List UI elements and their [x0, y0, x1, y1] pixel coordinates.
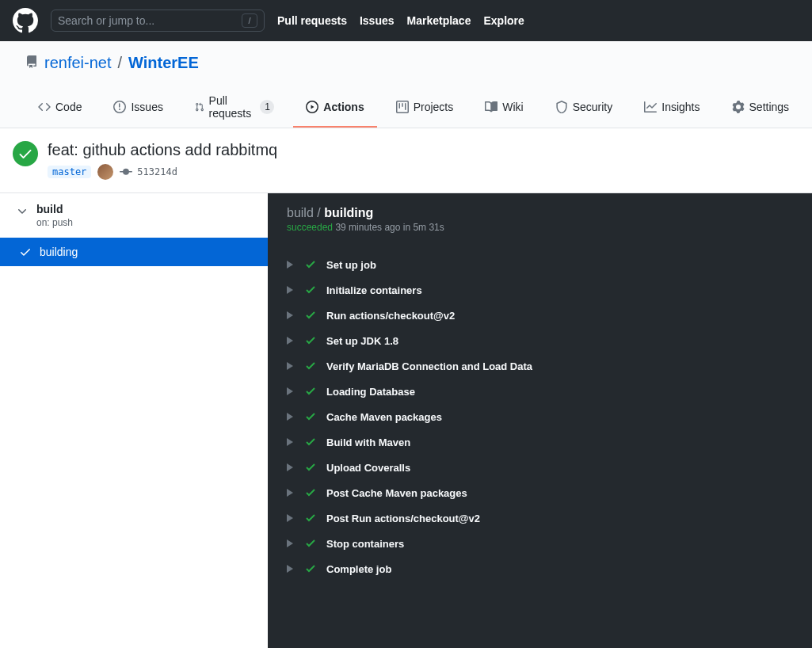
- step-row[interactable]: Run actions/checkout@v2: [268, 303, 812, 328]
- commit-icon: [120, 166, 132, 178]
- caret-right-icon: [287, 387, 295, 395]
- step-row[interactable]: Initialize containers: [268, 277, 812, 303]
- tab-actions[interactable]: Actions: [293, 88, 376, 128]
- search-input[interactable]: Search or jump to... /: [51, 10, 265, 32]
- log-status: succeeded 39 minutes ago in 5m 31s: [287, 222, 793, 233]
- caret-right-icon: [287, 311, 295, 319]
- pr-icon: [195, 101, 204, 113]
- pr-count-badge: 1: [260, 100, 274, 114]
- step-row[interactable]: Loading Database: [268, 379, 812, 404]
- tab-settings[interactable]: Settings: [719, 88, 802, 128]
- check-icon: [304, 258, 317, 271]
- repo-name-link[interactable]: WinterEE: [128, 54, 199, 72]
- step-name: Run actions/checkout@v2: [326, 310, 455, 322]
- check-icon: [304, 486, 317, 499]
- step-name: Loading Database: [326, 386, 415, 398]
- step-name: Set up job: [326, 259, 376, 271]
- steps-list: Set up job Initialize containers Run act…: [268, 246, 812, 588]
- step-row[interactable]: Cache Maven packages: [268, 404, 812, 429]
- caret-right-icon: [287, 337, 295, 345]
- check-icon: [304, 385, 317, 398]
- check-icon: [304, 537, 317, 550]
- global-header: Search or jump to... / Pull requests Iss…: [0, 0, 812, 41]
- project-icon: [396, 101, 409, 113]
- log-breadcrumb: build / building: [287, 206, 793, 220]
- step-name: Upload Coveralls: [326, 462, 410, 474]
- repo-owner-link[interactable]: renfei-net: [44, 54, 112, 72]
- check-icon: [19, 246, 32, 258]
- log-panel: build / building succeeded 39 minutes ag…: [268, 193, 812, 648]
- check-icon: [304, 360, 317, 372]
- run-meta: master 513214d: [48, 164, 277, 180]
- workflow-name: build: [36, 203, 73, 215]
- step-row[interactable]: Complete job: [268, 556, 812, 581]
- step-name: Post Run actions/checkout@v2: [326, 513, 480, 524]
- step-name: Set up JDK 1.8: [326, 335, 398, 347]
- step-name: Post Cache Maven packages: [326, 487, 467, 499]
- step-row[interactable]: Set up job: [268, 252, 812, 277]
- step-name: Complete job: [326, 563, 391, 575]
- run-status-success-icon: [13, 141, 38, 166]
- step-row[interactable]: Build with Maven: [268, 429, 812, 455]
- code-icon: [38, 101, 51, 113]
- tab-issues[interactable]: Issues: [101, 88, 175, 128]
- run-title: feat: github actions add rabbitmq: [48, 141, 277, 159]
- path-separator: /: [118, 54, 123, 72]
- tab-projects[interactable]: Projects: [383, 88, 467, 128]
- caret-right-icon: [287, 463, 295, 471]
- nav-pull-requests[interactable]: Pull requests: [277, 14, 347, 27]
- author-avatar[interactable]: [97, 164, 113, 180]
- workflow-item[interactable]: build on: push: [0, 193, 268, 238]
- play-icon: [306, 101, 318, 113]
- check-icon: [304, 562, 317, 575]
- caret-right-icon: [287, 438, 295, 446]
- check-icon: [304, 461, 317, 474]
- primary-nav: Pull requests Issues Marketplace Explore: [277, 14, 524, 27]
- branch-badge[interactable]: master: [48, 166, 91, 178]
- step-name: Build with Maven: [326, 436, 410, 448]
- check-icon: [304, 284, 317, 296]
- check-icon: [304, 436, 317, 448]
- jobs-sidebar: build on: push building: [0, 193, 268, 648]
- tab-wiki[interactable]: Wiki: [472, 88, 536, 128]
- log-header: build / building succeeded 39 minutes ag…: [268, 193, 812, 246]
- nav-issues[interactable]: Issues: [360, 14, 395, 27]
- tab-security[interactable]: Security: [543, 88, 626, 128]
- repo-breadcrumb: renfei-net / WinterEE: [25, 54, 787, 72]
- step-name: Initialize containers: [326, 284, 422, 296]
- tab-code[interactable]: Code: [25, 88, 94, 128]
- check-icon: [304, 309, 317, 322]
- tab-pull-requests[interactable]: Pull requests 1: [182, 88, 287, 128]
- caret-right-icon: [287, 539, 295, 547]
- repo-header: renfei-net / WinterEE Code Issues Pull r…: [0, 41, 812, 128]
- nav-explore[interactable]: Explore: [483, 14, 524, 27]
- tab-insights[interactable]: Insights: [631, 88, 712, 128]
- issue-icon: [113, 101, 126, 113]
- nav-marketplace[interactable]: Marketplace: [407, 14, 471, 27]
- repo-icon: [25, 54, 38, 72]
- workflow-trigger: on: push: [36, 217, 73, 228]
- caret-right-icon: [287, 413, 295, 421]
- search-placeholder: Search or jump to...: [58, 14, 154, 27]
- caret-right-icon: [287, 489, 295, 497]
- caret-right-icon: [287, 565, 295, 573]
- book-icon: [485, 101, 497, 113]
- check-icon: [304, 410, 317, 423]
- step-name: Cache Maven packages: [326, 411, 442, 423]
- step-row[interactable]: Stop containers: [268, 531, 812, 556]
- step-row[interactable]: Set up JDK 1.8: [268, 328, 812, 353]
- gear-icon: [732, 101, 745, 113]
- commit-link[interactable]: 513214d: [120, 166, 177, 178]
- step-name: Stop containers: [326, 538, 404, 550]
- caret-right-icon: [287, 286, 295, 294]
- step-row[interactable]: Verify MariaDB Connection and Load Data: [268, 353, 812, 379]
- step-row[interactable]: Post Cache Maven packages: [268, 480, 812, 505]
- job-name: building: [40, 246, 78, 258]
- repo-tabs: Code Issues Pull requests 1 Actions Proj…: [25, 88, 787, 128]
- github-logo[interactable]: [13, 8, 38, 33]
- workflow-run-header: feat: github actions add rabbitmq master…: [0, 128, 812, 193]
- job-item-selected[interactable]: building: [0, 238, 268, 266]
- step-row[interactable]: Post Run actions/checkout@v2: [268, 505, 812, 531]
- chevron-down-icon: [16, 204, 29, 219]
- step-row[interactable]: Upload Coveralls: [268, 455, 812, 480]
